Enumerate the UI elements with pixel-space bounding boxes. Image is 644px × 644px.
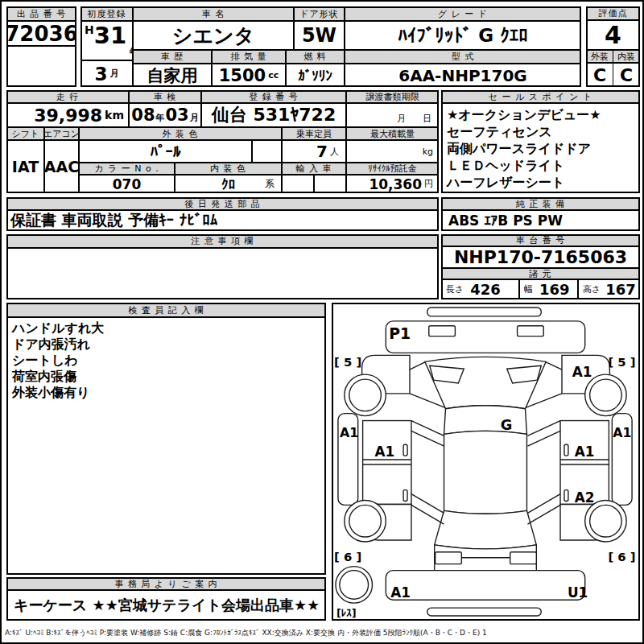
sales-point-item: ハーフレザーシート bbox=[447, 174, 564, 191]
shaken-month: 03 bbox=[166, 105, 189, 125]
color-number-label: カ ラ ー N o . bbox=[79, 163, 175, 175]
spec-width: 幅169 bbox=[519, 279, 578, 299]
color-number-value: 070 bbox=[79, 175, 175, 193]
recycle-number: 10,360 bbox=[369, 176, 422, 192]
damage-label-spare-tire: [ﾚｽ] bbox=[336, 607, 357, 619]
spec-width-value: 169 bbox=[539, 281, 570, 298]
score-label: 評価点 bbox=[586, 6, 640, 20]
inspector-note: ハンドルすれ大 bbox=[12, 320, 104, 336]
spec-height-value: 167 bbox=[605, 281, 636, 298]
damage-label-right-sill: A1 bbox=[613, 425, 631, 440]
sales-point-item: ＬＥＤヘッドライト bbox=[447, 157, 564, 174]
left-rear-door-handle bbox=[403, 490, 407, 502]
office-notice-label: 事 務 局 よ り ご 案 内 bbox=[6, 577, 326, 590]
sales-points-list: ★オークションデビュー★ セーフティセンス 両側パワースライドドア ＬＥＤヘッド… bbox=[441, 103, 640, 193]
fuel-label: 燃 料 bbox=[286, 50, 345, 64]
rear-bumper-shape bbox=[386, 571, 584, 601]
spec-length: 長さ426 bbox=[441, 279, 519, 299]
capacity-number: 7 bbox=[316, 142, 328, 161]
rear-window-shape bbox=[435, 510, 537, 548]
damage-label-left-sill: A1 bbox=[340, 425, 358, 440]
damage-label-rear-bumper-right: U1 bbox=[568, 584, 588, 601]
spec-width-label: 幅 bbox=[524, 283, 533, 295]
damage-label-front-right-fender: A1 bbox=[572, 364, 592, 380]
exterior-color-empty-cell bbox=[252, 140, 282, 163]
door-shape-label: ドア形状 bbox=[294, 6, 345, 21]
auction-sheet: 出 品 番 号 72036 初度登録 H31年 3月 車 名 シエンタ ドア形状… bbox=[0, 0, 644, 644]
left-front-door-handle bbox=[403, 444, 407, 456]
damage-label-right-front-door: A1 bbox=[575, 444, 595, 460]
inspector-notes-list: ハンドルすれ大 ドア内張汚れ シートしわ 荷室内張傷 外装小傷有り bbox=[6, 317, 326, 575]
interior-color-suffix: 系 bbox=[265, 177, 275, 191]
damage-label-rear-right-tire: [ 6 ] bbox=[608, 550, 635, 564]
car-history-label: 車 歴 bbox=[133, 50, 212, 64]
recycle-deposit-label: ﾘｻｲｸﾙ預託金 bbox=[346, 163, 439, 175]
fuel-value: ｶﾞｿﾘﾝ bbox=[286, 64, 345, 87]
first-registration-month: 3月 bbox=[80, 60, 133, 87]
interior-grade-value: C bbox=[613, 63, 640, 87]
max-load-value: kg bbox=[346, 140, 439, 163]
import-car-cell-a bbox=[282, 175, 314, 193]
sales-point-item: 両側パワースライドドア bbox=[447, 140, 591, 157]
mileage-label: 走 行 bbox=[6, 90, 129, 103]
damage-label-front-bumper: P1 bbox=[389, 325, 411, 342]
damage-label-windshield: G bbox=[501, 416, 513, 433]
caution-label: 注 意 事 項 欄 bbox=[6, 234, 439, 248]
office-notice-value: キーケース ★★宮城サテライト会場出品車★★ bbox=[6, 590, 326, 621]
genuine-equipment-label: 純 正 装 備 bbox=[441, 197, 640, 210]
spec-length-value: 426 bbox=[470, 281, 501, 298]
capacity-value: 7人 bbox=[282, 140, 346, 163]
damage-label-rear-left-tire: [ 6 ] bbox=[334, 550, 361, 564]
right-rear-door-handle bbox=[564, 490, 568, 502]
genuine-equipment-value: ABS ｴｱB PS PW bbox=[441, 210, 640, 231]
first-registration-year: H31年 bbox=[80, 21, 133, 60]
car-diagram-box: P1 G [ 5 ] [ 5 ] A1 A1 A1 A1 A1 A2 [ 6 ]… bbox=[332, 303, 640, 621]
sales-point-item: ★オークションデビュー★ bbox=[447, 106, 601, 123]
interior-color-name: ｸﾛ bbox=[221, 176, 235, 192]
front-roof-strip-shape bbox=[427, 308, 542, 316]
chassis-number-value: NHP170-7165063 bbox=[441, 246, 640, 268]
mileage-value: 39,998km bbox=[6, 103, 129, 127]
inspector-note: 外装小傷有り bbox=[12, 385, 89, 401]
later-parts-label: 後 日 発 送 部 品 bbox=[6, 197, 439, 210]
shaken-month-unit: 月 bbox=[190, 112, 199, 124]
max-load-label: 最大積載量 bbox=[346, 127, 439, 140]
chassis-number-label: 車 台 番 号 bbox=[441, 234, 640, 246]
rear-roof-strip-shape bbox=[427, 608, 542, 616]
door-shape-value: 5W bbox=[294, 21, 345, 50]
inspector-notes-label: 検 査 員 記 入 欄 bbox=[6, 303, 326, 317]
tail-lamp-right-shape bbox=[510, 552, 537, 564]
score-value: 4 bbox=[586, 20, 640, 50]
inspector-note: ドア内張汚れ bbox=[12, 336, 90, 353]
month-unit: 月 bbox=[110, 68, 119, 80]
front-grille-right-shape bbox=[518, 326, 544, 336]
damage-label-right-rear-door: A2 bbox=[575, 489, 595, 506]
inspector-note: 荷室内張傷 bbox=[12, 369, 76, 385]
interior-color-label: 内 装 色 bbox=[175, 163, 282, 175]
auction-number-label: 出 品 番 号 bbox=[6, 6, 76, 21]
exterior-color-value: ﾊﾟｰﾙ bbox=[79, 140, 252, 163]
shaken-label: 車 検 bbox=[129, 90, 201, 103]
auction-number-empty-box bbox=[6, 46, 76, 87]
shaken-value: 08年03月 bbox=[129, 103, 201, 127]
later-parts-value: 保証書 車両取説 予備ｷｰ ﾅﾋﾞﾛﾑ bbox=[6, 210, 439, 231]
hood-shape bbox=[425, 357, 546, 408]
exterior-color-label: 外 装 色 bbox=[79, 127, 282, 140]
right-headlight-shape bbox=[507, 365, 542, 383]
import-car-cell-b bbox=[314, 175, 346, 193]
specs-label: 諸 元 bbox=[441, 268, 640, 279]
aircon-value: AAC bbox=[44, 140, 79, 193]
damage-code-legend: A:ｷｽﾞ U:ﾍｺﾐ B:ｷｽﾞを伴うﾍｺﾐ P:要塗装 W:補修跡 S:錆 … bbox=[5, 628, 641, 638]
import-car-label: 輸 入 車 bbox=[282, 163, 346, 175]
transfer-deadline-value: 月 日 bbox=[346, 103, 439, 127]
car-name-value: シエンタ bbox=[133, 21, 294, 50]
front-grille-left-shape bbox=[429, 326, 456, 336]
exterior-grade-label: 外装 bbox=[586, 50, 613, 63]
model-code-label: 型 式 bbox=[345, 50, 581, 64]
displacement-unit: cc bbox=[268, 70, 279, 80]
damage-label-front-right-tire: [ 5 ] bbox=[608, 355, 635, 369]
first-registration-label: 初度登録 bbox=[80, 6, 133, 21]
auction-number-value: 72036 bbox=[6, 21, 76, 46]
inspector-note: シートしわ bbox=[12, 353, 78, 369]
spec-length-label: 長さ bbox=[446, 283, 464, 295]
